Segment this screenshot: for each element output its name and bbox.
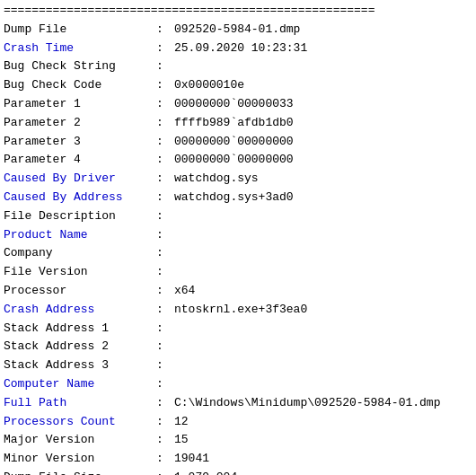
- row-separator: :: [156, 226, 174, 245]
- table-row: Stack Address 2 :: [4, 338, 472, 356]
- row-separator: :: [156, 76, 174, 95]
- row-separator: :: [156, 95, 174, 114]
- table-row: Stack Address 3 :: [4, 356, 472, 375]
- row-separator: :: [156, 450, 174, 469]
- table-row: Parameter 2 : ffffb989`afdb1db0: [4, 114, 472, 133]
- row-value: ntoskrnl.exe+3f3ea0: [174, 301, 472, 320]
- row-value: watchdog.sys+3ad0: [174, 189, 472, 207]
- row-value: 0x0000010e: [174, 76, 472, 95]
- table-row: Dump File Size : 1 079 004: [4, 469, 472, 475]
- table-row: Bug Check Code : 0x0000010e: [4, 76, 472, 95]
- table-row: Minor Version : 19041: [4, 450, 472, 469]
- table-row: Full Path : C:\Windows\Minidump\092520-5…: [4, 394, 472, 413]
- table-row: Processors Count : 12: [4, 413, 472, 432]
- row-value: x64: [174, 282, 472, 301]
- row-separator: :: [156, 394, 174, 413]
- row-separator: :: [156, 57, 174, 76]
- table-row: Stack Address 1 :: [4, 320, 472, 339]
- table-row: Parameter 1 : 00000000`00000033: [4, 95, 472, 114]
- row-separator: :: [156, 40, 174, 58]
- table-row: File Version :: [4, 263, 472, 282]
- row-separator: :: [156, 413, 174, 432]
- row-separator: :: [156, 375, 174, 394]
- row-label: Processor: [4, 282, 156, 301]
- row-separator: :: [156, 282, 174, 301]
- row-label: Crash Address: [4, 301, 156, 320]
- table-row: Major Version : 15: [4, 431, 472, 450]
- row-value: [174, 320, 472, 339]
- divider-top: ========================================…: [4, 2, 472, 21]
- row-label: Stack Address 3: [4, 356, 156, 375]
- row-label: Dump File: [4, 21, 156, 40]
- row-separator: :: [156, 431, 174, 450]
- row-separator: :: [156, 469, 174, 475]
- row-value: 15: [174, 431, 472, 450]
- row-label: Caused By Address: [4, 189, 156, 207]
- row-label: Parameter 1: [4, 95, 156, 114]
- row-separator: :: [156, 133, 174, 152]
- table-row: Dump File : 092520-5984-01.dmp: [4, 21, 472, 40]
- row-separator: :: [156, 114, 174, 133]
- row-value: [174, 356, 472, 375]
- row-separator: :: [156, 189, 174, 207]
- row-label: Dump File Size: [4, 469, 156, 475]
- row-separator: :: [156, 151, 174, 170]
- row-label: Minor Version: [4, 450, 156, 469]
- row-value: [174, 263, 472, 282]
- row-value: [174, 226, 472, 245]
- row-value: 1 079 004: [174, 469, 472, 475]
- table-row: Computer Name :: [4, 375, 472, 394]
- row-label: Major Version: [4, 431, 156, 450]
- row-separator: :: [156, 356, 174, 375]
- row-separator: :: [156, 263, 174, 282]
- row-value: 00000000`00000000: [174, 133, 472, 152]
- row-value: 00000000`00000000: [174, 151, 472, 170]
- row-label: Bug Check Code: [4, 76, 156, 95]
- table-row: Processor : x64: [4, 282, 472, 301]
- table-row: Crash Address : ntoskrnl.exe+3f3ea0: [4, 301, 472, 320]
- row-value: watchdog.sys: [174, 170, 472, 189]
- row-value: C:\Windows\Minidump\092520-5984-01.dmp: [174, 394, 472, 413]
- row-value: ffffb989`afdb1db0: [174, 114, 472, 133]
- row-value: [174, 57, 472, 76]
- row-label: Parameter 3: [4, 133, 156, 152]
- row-label: Stack Address 2: [4, 338, 156, 356]
- table-row: Bug Check String :: [4, 57, 472, 76]
- row-label: Caused By Driver: [4, 170, 156, 189]
- row-label: File Version: [4, 263, 156, 282]
- row-label: Stack Address 1: [4, 320, 156, 339]
- row-separator: :: [156, 207, 174, 226]
- row-separator: :: [156, 338, 174, 356]
- table-row: Product Name :: [4, 226, 472, 245]
- row-value: [174, 207, 472, 226]
- row-value: [174, 375, 472, 394]
- main-container: ========================================…: [0, 0, 476, 475]
- row-value: 19041: [174, 450, 472, 469]
- row-value: [174, 338, 472, 356]
- row-label: Computer Name: [4, 375, 156, 394]
- row-value: [174, 244, 472, 263]
- row-label: Company: [4, 244, 156, 263]
- table-row: Caused By Address : watchdog.sys+3ad0: [4, 189, 472, 207]
- table-row: Crash Time : 25.09.2020 10:23:31: [4, 40, 472, 58]
- table-row: File Description :: [4, 207, 472, 226]
- row-separator: :: [156, 301, 174, 320]
- data-rows: Dump File : 092520-5984-01.dmpCrash Time…: [4, 21, 472, 475]
- row-label: Product Name: [4, 226, 156, 245]
- row-separator: :: [156, 244, 174, 263]
- row-label: Bug Check String: [4, 57, 156, 76]
- row-value: 12: [174, 413, 472, 432]
- row-separator: :: [156, 170, 174, 189]
- row-separator: :: [156, 21, 174, 40]
- table-row: Parameter 3 : 00000000`00000000: [4, 133, 472, 152]
- row-separator: :: [156, 320, 174, 339]
- row-label: Parameter 4: [4, 151, 156, 170]
- row-label: Full Path: [4, 394, 156, 413]
- table-row: Caused By Driver : watchdog.sys: [4, 170, 472, 189]
- table-row: Company :: [4, 244, 472, 263]
- row-label: File Description: [4, 207, 156, 226]
- row-label: Crash Time: [4, 40, 156, 58]
- row-label: Processors Count: [4, 413, 156, 432]
- row-value: 00000000`00000033: [174, 95, 472, 114]
- table-row: Parameter 4 : 00000000`00000000: [4, 151, 472, 170]
